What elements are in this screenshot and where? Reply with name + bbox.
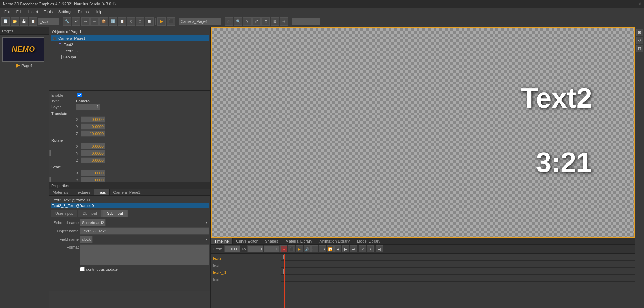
scale-y-input[interactable] bbox=[81, 177, 105, 182]
camera-btn-3[interactable]: ⤡ bbox=[243, 17, 252, 26]
camera-btn-5[interactable]: ⟲ bbox=[261, 17, 270, 26]
menu-item-insert[interactable]: Insert bbox=[26, 9, 41, 14]
recent-button[interactable]: 📋 bbox=[29, 17, 37, 26]
scb-input[interactable] bbox=[38, 18, 59, 25]
camera-btn-6[interactable]: ⊞ bbox=[271, 17, 279, 26]
play-button[interactable]: ▶ bbox=[157, 17, 166, 26]
user-input-tab[interactable]: User input bbox=[51, 210, 77, 217]
tag-item-2[interactable]: Text2_3_Text @frame: 0 bbox=[51, 203, 209, 208]
tl-play-btn[interactable]: ▶ bbox=[296, 245, 303, 252]
tool-btn-2[interactable]: ↩ bbox=[72, 17, 80, 26]
object-name-input[interactable] bbox=[80, 227, 209, 235]
tl-line-3 bbox=[281, 268, 635, 275]
tag-item-1[interactable]: Text2_Text @frame: 0 bbox=[51, 197, 209, 203]
save-button[interactable]: 💾 bbox=[20, 17, 28, 26]
scale-x-input[interactable] bbox=[81, 170, 105, 176]
tl-record-btn[interactable]: ● bbox=[280, 245, 287, 252]
translate-z-input[interactable] bbox=[81, 130, 105, 137]
timeline-tab-material-library[interactable]: Material Library bbox=[282, 238, 316, 244]
tool-btn-1[interactable]: 🔧 bbox=[63, 17, 71, 26]
tl-next-frame-btn[interactable]: ⟶ bbox=[319, 245, 326, 252]
tab-tags[interactable]: Tags bbox=[94, 189, 110, 195]
camera-btn-4[interactable]: ⤢ bbox=[252, 17, 261, 26]
scboard-dropdown[interactable]: Scoreboard2 bbox=[80, 219, 106, 226]
camera-btn-7[interactable]: ✚ bbox=[280, 17, 288, 26]
rotate-y-row: B Y bbox=[51, 150, 208, 156]
from-input[interactable] bbox=[224, 245, 240, 252]
rp-btn-rotate[interactable]: ↺ bbox=[636, 37, 643, 44]
rotate-x-input[interactable] bbox=[81, 143, 105, 149]
tool-btn-6[interactable]: 🔡 bbox=[109, 17, 117, 26]
rp-btn-frame[interactable]: ⊡ bbox=[636, 45, 643, 52]
center-left-panel: Objects of Page1 🎥 Camera_Page1 T Text2 … bbox=[49, 27, 211, 308]
rp-btn-grid[interactable]: ⊞ bbox=[636, 29, 643, 36]
tool-btn-7[interactable]: 📋 bbox=[118, 17, 126, 26]
tl-audio-btn[interactable]: 🔊 bbox=[304, 245, 311, 252]
timeline-tab-shapes[interactable]: Shapes bbox=[261, 238, 282, 244]
page-thumbnail[interactable]: NEMO ▶ Page1 bbox=[2, 37, 47, 68]
tool-btn-10[interactable]: 🔲 bbox=[145, 17, 154, 26]
tl-loop-btn[interactable]: 🔁 bbox=[327, 245, 334, 252]
enable-checkbox[interactable] bbox=[77, 93, 82, 97]
open-button[interactable]: 📂 bbox=[11, 17, 19, 26]
object-item-group4[interactable]: Group4 bbox=[56, 54, 209, 60]
resize-corner[interactable]: ◢ bbox=[631, 233, 634, 237]
menu-item-extras[interactable]: Extras bbox=[75, 9, 92, 14]
to-input-2[interactable] bbox=[264, 245, 280, 252]
tool-btn-4[interactable]: ⇨ bbox=[90, 17, 99, 26]
scboard-dropdown-wrap: Scoreboard2 bbox=[80, 219, 209, 226]
camera-btn-2[interactable]: 🔍 bbox=[234, 17, 242, 26]
translate-y-input[interactable] bbox=[81, 123, 105, 130]
tl-track-text-label-1: Text bbox=[211, 262, 281, 269]
object-item-text2[interactable]: T Text2 bbox=[56, 41, 209, 48]
camera-input[interactable] bbox=[179, 18, 221, 25]
new-button[interactable]: 📄 bbox=[1, 17, 10, 26]
properties-tabs: Materials Textures Tags Camera_Page1 bbox=[49, 189, 210, 196]
scb-input-tab[interactable]: Scb input bbox=[102, 210, 128, 217]
b-button[interactable]: B bbox=[49, 150, 51, 156]
camera-btn-1[interactable]: 🎥 bbox=[225, 17, 233, 26]
menu-item-help[interactable]: Help bbox=[92, 9, 105, 14]
tl-end-btn[interactable]: ⏭ bbox=[350, 245, 357, 252]
tl-scroll-left-btn[interactable]: ◀ bbox=[376, 245, 383, 252]
tool-btn-8[interactable]: ⟲ bbox=[127, 17, 135, 26]
tl-prev-key-btn[interactable]: ◀ bbox=[334, 245, 341, 252]
tl-stop-btn[interactable]: ⬛ bbox=[288, 245, 295, 252]
stop-button[interactable]: ⬛ bbox=[167, 17, 175, 26]
object-item-text2-3[interactable]: T Text2_3 bbox=[56, 48, 209, 54]
format-textarea[interactable] bbox=[80, 244, 209, 265]
tool-btn-5[interactable]: 📦 bbox=[99, 17, 108, 26]
field-name-row: Field name clock bbox=[51, 236, 209, 243]
menu-item-tools[interactable]: Tools bbox=[41, 9, 56, 14]
timeline-tab-model-library[interactable]: Model Library bbox=[353, 238, 384, 244]
rotate-z-input[interactable] bbox=[81, 157, 105, 163]
tl-prev-frame-btn[interactable]: ⟵ bbox=[311, 245, 318, 252]
tl-code-prev[interactable]: < bbox=[359, 245, 366, 252]
l-button[interactable]: L bbox=[49, 177, 51, 182]
rotate-y-input[interactable] bbox=[81, 150, 105, 156]
menu-item-file[interactable]: File bbox=[1, 9, 13, 14]
tl-code-next[interactable]: > bbox=[367, 245, 374, 252]
tab-textures[interactable]: Textures bbox=[72, 189, 95, 195]
tab-materials[interactable]: Materials bbox=[49, 189, 72, 195]
tool-btn-3[interactable]: ⇦ bbox=[81, 17, 90, 26]
field-name-dropdown[interactable]: clock bbox=[80, 236, 93, 243]
render-input[interactable] bbox=[292, 18, 320, 25]
layer-input[interactable] bbox=[76, 104, 100, 110]
tool-btn-9[interactable]: ⟳ bbox=[136, 17, 144, 26]
object-item-camera[interactable]: 🎥 Camera_Page1 bbox=[51, 35, 209, 41]
menu-item-settings[interactable]: Settings bbox=[56, 9, 75, 14]
right-panel: ⊞ ↺ ⊡ bbox=[635, 27, 644, 308]
timeline-tab-timeline[interactable]: Timeline bbox=[211, 238, 233, 244]
menu-item-edit[interactable]: Edit bbox=[13, 9, 26, 14]
to-input-1[interactable] bbox=[247, 245, 263, 252]
tl-next-key-btn[interactable]: ▶ bbox=[342, 245, 349, 252]
close-button[interactable]: × bbox=[638, 1, 641, 7]
timeline-tab-animation-library[interactable]: Animation Library bbox=[316, 238, 353, 244]
properties-content: Text2_Text @frame: 0 Text2_3_Text @frame… bbox=[49, 196, 210, 291]
continuous-update-checkbox[interactable] bbox=[80, 267, 85, 271]
db-input-tab[interactable]: Db input bbox=[78, 210, 102, 217]
translate-x-input[interactable] bbox=[81, 116, 105, 123]
tab-camera-page1[interactable]: Camera_Page1 bbox=[110, 189, 144, 195]
timeline-tab-curve-editor[interactable]: Curve Editor bbox=[233, 238, 261, 244]
